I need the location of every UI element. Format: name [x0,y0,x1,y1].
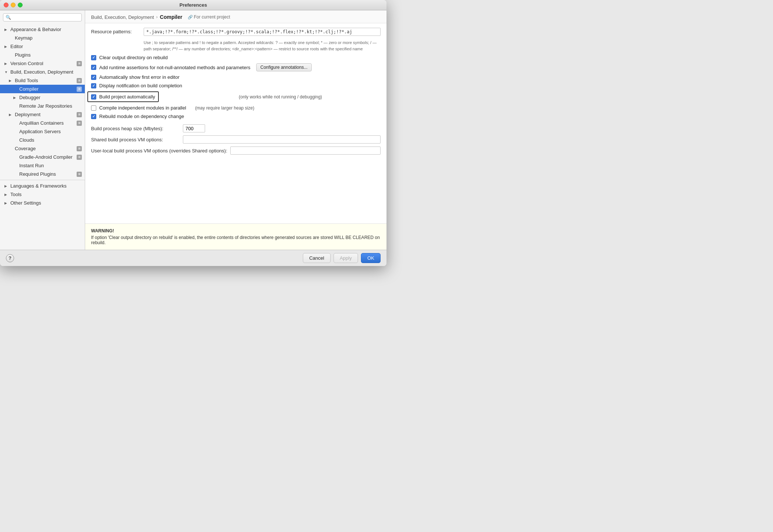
sidebar-nav: ▶ Appearance & Behavior Keymap ▶ Editor … [0,24,85,250]
user-vm-label: User-local build process VM options (ove… [91,148,227,154]
sidebar-item-label: Debugger [19,95,82,100]
sidebar-item-clouds[interactable]: Clouds [0,136,85,144]
sidebar-item-arquillian[interactable]: Arquillian Containers ⊞ [0,119,85,127]
sidebar-item-label: Plugins [15,52,82,58]
checkbox-compile-parallel: Compile independent modules in parallel … [91,105,381,111]
sidebar-item-label: Editor [10,44,82,49]
sidebar-item-label: Deployment [15,112,75,117]
breadcrumb-project[interactable]: For current project [188,14,230,20]
breadcrumb-parent: Build, Execution, Deployment [91,14,154,20]
arrow-icon [13,164,19,168]
ext-icon: ⊞ [77,172,82,177]
arrow-icon: ▶ [13,96,19,100]
apply-button[interactable]: Apply [334,253,358,263]
sidebar-item-version-control[interactable]: ▶ Version Control ⊞ [0,59,85,68]
checkbox-clear-output: Clear output directory on rebuild [91,55,381,60]
arrow-icon [13,130,19,134]
window-controls[interactable] [4,3,23,7]
arrow-icon [13,155,19,159]
compile-parallel-checkbox[interactable] [91,105,96,111]
checkbox-auto-show-error: Automatically show first error in editor [91,74,381,80]
shared-vm-row: Shared build process VM options: [91,135,381,144]
warning-title: WARNING! [91,228,381,233]
arrow-icon: ▼ [4,70,10,74]
resource-patterns-label: Resource patterns: [91,28,139,34]
arrow-icon [13,87,19,91]
checkbox-rebuild-dependency: Rebuild module on dependency change [91,114,381,119]
title-bar: Preferences [0,0,386,10]
sidebar-item-label: Keymap [15,35,82,41]
sidebar-item-gradle-android[interactable]: Gradle-Android Compiler ⊞ [0,153,85,161]
sidebar-item-label: Compiler [19,86,75,92]
sidebar-item-label: Coverage [15,146,75,151]
help-button[interactable]: ? [6,254,14,262]
ext-icon: ⊞ [77,87,82,92]
sidebar-item-label: Instant Run [19,163,82,168]
warning-box: WARNING! If option 'Clear output directo… [85,223,386,250]
display-notification-checkbox[interactable] [91,83,96,88]
sidebar-item-languages-frameworks[interactable]: ▶ Languages & Frameworks [0,182,85,190]
sidebar-item-build-execution[interactable]: ▼ Build, Execution, Deployment [0,68,85,76]
resource-patterns-hint: Use ; to separate patterns and ! to nega… [144,40,381,52]
heap-size-input[interactable] [183,124,205,132]
footer: ? Cancel Apply OK [0,250,386,266]
sidebar-item-appearance-behavior[interactable]: ▶ Appearance & Behavior [0,25,85,34]
sidebar-item-label: Other Settings [10,200,82,206]
sidebar-item-label: Required Plugins [19,171,75,177]
add-runtime-checkbox[interactable] [91,65,96,70]
auto-show-error-checkbox[interactable] [91,75,96,80]
resource-patterns-row: Resource patterns: [91,28,381,36]
sidebar-item-instant-run[interactable]: Instant Run [0,161,85,170]
sidebar-item-required-plugins[interactable]: Required Plugins ⊞ [0,170,85,178]
sidebar-item-coverage[interactable]: Coverage ⊞ [0,144,85,153]
sidebar: 🔍 ▶ Appearance & Behavior Keymap ▶ Edito… [0,10,85,250]
close-button[interactable] [4,3,9,7]
sidebar-item-plugins[interactable]: Plugins [0,51,85,59]
build-auto-note: (only works while not running / debuggin… [239,94,322,100]
arrow-icon: ▶ [4,201,10,205]
clear-output-checkbox[interactable] [91,55,96,60]
sidebar-item-compiler[interactable]: Compiler ⊞ [0,85,85,93]
build-auto-checkbox[interactable] [91,94,96,100]
search-box[interactable]: 🔍 [3,13,82,21]
ok-button[interactable]: OK [361,253,381,263]
sidebar-item-keymap[interactable]: Keymap [0,34,85,42]
resource-patterns-input[interactable] [144,28,381,36]
sidebar-item-label: Languages & Frameworks [10,183,82,189]
sidebar-item-debugger[interactable]: ▶ Debugger [0,93,85,102]
divider [0,180,85,180]
sidebar-item-app-servers[interactable]: Application Servers [0,127,85,136]
sidebar-item-label: Gradle-Android Compiler [19,154,75,160]
arrow-icon: ▶ [9,113,14,117]
arrow-icon: ▶ [4,193,10,196]
sidebar-item-editor[interactable]: ▶ Editor [0,42,85,51]
breadcrumb-current: Compiler [160,14,183,20]
checkbox-build-auto: Build project automatically [87,91,159,102]
sidebar-item-label: Tools [10,192,82,197]
configure-annotations-button[interactable]: Configure annotations... [256,63,311,71]
arrow-icon: ▶ [4,45,10,48]
sidebar-item-remote-jar[interactable]: Remote Jar Repositories [0,102,85,110]
cancel-button[interactable]: Cancel [303,253,330,263]
minimize-button[interactable] [11,3,16,7]
sidebar-item-build-tools[interactable]: ▶ Build Tools ⊞ [0,76,85,85]
search-input[interactable] [13,15,79,20]
rebuild-dependency-checkbox[interactable] [91,114,96,119]
shared-vm-input[interactable] [183,135,381,144]
sidebar-item-label: Version Control [10,61,75,66]
arrow-icon [9,36,14,40]
maximize-button[interactable] [18,3,23,7]
heap-size-row: Build process heap size (Mbytes): [91,124,381,132]
content-area: Build, Execution, Deployment › Compiler … [85,10,386,250]
arrow-icon [13,138,19,142]
ext-icon: ⊞ [77,121,82,126]
ext-icon: ⊞ [77,78,82,83]
user-vm-input[interactable] [230,147,381,155]
arrow-icon [9,53,14,57]
sidebar-item-other-settings[interactable]: ▶ Other Settings [0,199,85,207]
clear-output-label: Clear output directory on rebuild [99,55,168,60]
arrow-icon [9,147,14,151]
arrow-icon: ▶ [4,62,10,65]
sidebar-item-tools[interactable]: ▶ Tools [0,190,85,199]
sidebar-item-deployment[interactable]: ▶ Deployment ⊞ [0,110,85,119]
